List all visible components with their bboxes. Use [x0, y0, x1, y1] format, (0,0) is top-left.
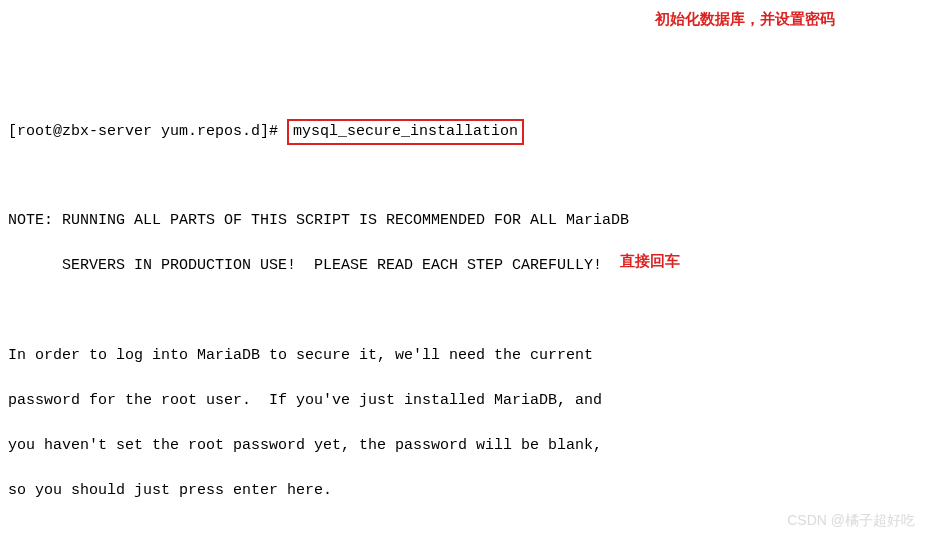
para1-line1: In order to log into MariaDB to secure i… [8, 345, 917, 368]
annotation-enter-hint: 直接回车 [620, 250, 680, 273]
terminal-output: [root@zbx-server yum.repos.d]# mysql_sec… [8, 98, 917, 537]
note-line-2: SERVERS IN PRODUCTION USE! PLEASE READ E… [8, 255, 917, 278]
command-highlight-box: mysql_secure_installation [287, 119, 524, 146]
command: mysql_secure_installation [293, 123, 518, 140]
para1-line4: so you should just press enter here. [8, 480, 917, 503]
note-line-1: NOTE: RUNNING ALL PARTS OF THIS SCRIPT I… [8, 210, 917, 233]
para1-line3: you haven't set the root password yet, t… [8, 435, 917, 458]
annotation-top-right: 初始化数据库，并设置密码 [655, 8, 835, 31]
para1-line2: password for the root user. If you've ju… [8, 390, 917, 413]
watermark: CSDN @橘子超好吃 [787, 510, 915, 531]
prompt: [root@zbx-server yum.repos.d]# [8, 123, 278, 140]
